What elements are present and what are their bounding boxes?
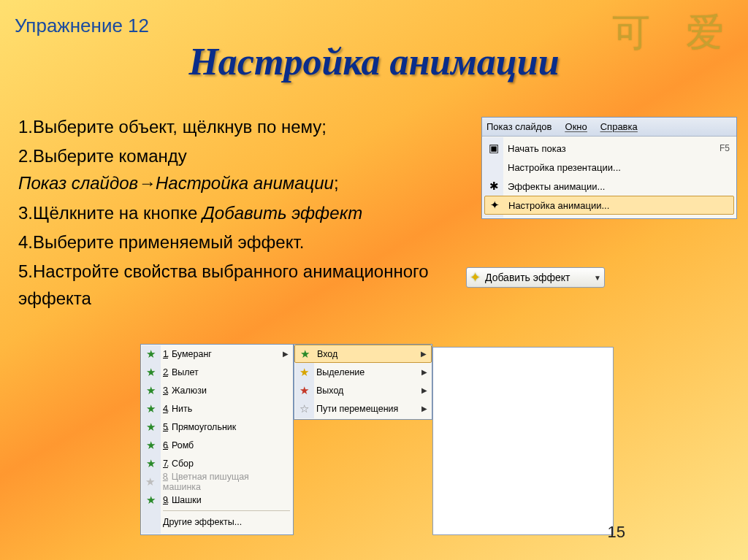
menu-bar: Показ слайдов Окно Справка: [482, 118, 736, 137]
chevron-right-icon: ▶: [421, 368, 427, 376]
chevron-right-icon: ▶: [283, 350, 289, 358]
effect-item-7[interactable]: ★ 7. Сбор: [141, 454, 293, 472]
step-2-command: Показ слайдов→Настройка анимации: [18, 173, 334, 193]
menu-item-animation-schemes[interactable]: ✱ Эффекты анимации...: [484, 177, 734, 196]
effect-num: 1: [163, 349, 168, 359]
effect-item-6[interactable]: ★ 6. Ромб: [141, 436, 293, 454]
menu-item-label: Настройка презентации...: [508, 162, 730, 173]
star-icon: ✦: [470, 269, 481, 285]
star-icon: ☆: [297, 402, 310, 415]
effect-num: 5: [163, 422, 168, 432]
step-1: 1.Выберите объект, щёлкнув по нему;: [18, 113, 468, 140]
effect-name: Ромб: [172, 440, 194, 450]
step-5: 5.Настройте свойства выбранного анимацио…: [18, 258, 468, 312]
category-label: Выделение: [316, 367, 365, 377]
effect-name: Сбор: [172, 459, 194, 469]
menu-slideshow[interactable]: Показ слайдов: [486, 121, 552, 132]
other-effects-label: Другие эффекты...: [163, 517, 242, 527]
menu-window[interactable]: Окно: [565, 121, 587, 132]
step-2-tail: ;: [334, 173, 339, 193]
star-icon: ★: [144, 457, 157, 470]
effect-name: Жалюзи: [172, 386, 207, 396]
category-label: Пути перемещения: [316, 404, 398, 414]
menu-item-custom-animation[interactable]: ✦ Настройка анимации...: [484, 196, 734, 215]
slideshow-dropdown: ▣ Начать показ F5 Настройка презентации.…: [482, 137, 736, 217]
add-effect-button[interactable]: ✦ Добавить эффект ▼: [466, 267, 605, 288]
slideshow-menu-panel: Показ слайдов Окно Справка ▣ Начать пока…: [481, 117, 737, 219]
effect-name: Цветная пишущая машинка: [163, 472, 249, 492]
animation-star-icon: ✦: [486, 197, 503, 213]
dropdown-arrow-icon: ▼: [594, 274, 601, 282]
star-icon: ★: [297, 366, 310, 379]
star-icon: ★: [144, 384, 157, 397]
step-3-prefix: 3.Щёлкните на кнопке: [18, 203, 202, 223]
category-emphasis[interactable]: ★ Выделение ▶: [294, 363, 432, 381]
effect-num: 3: [163, 386, 168, 396]
star-icon: ★: [144, 348, 157, 361]
effect-num: 8: [163, 472, 168, 482]
star-icon: ★: [144, 439, 157, 452]
menu-item-start-show[interactable]: ▣ Начать показ F5: [484, 139, 734, 158]
step-4: 4.Выберите применяемый эффект.: [18, 229, 468, 256]
category-label: Вход: [317, 349, 337, 359]
sparkle-icon: ✱: [486, 178, 502, 194]
projector-icon: ▣: [486, 140, 502, 156]
category-exit[interactable]: ★ Выход ▶: [294, 381, 432, 399]
effect-item-9[interactable]: ★ 9. Шашки: [141, 491, 293, 509]
effect-num: 7: [163, 459, 168, 469]
exercise-label: Упражнение 12: [15, 15, 149, 37]
category-entrance[interactable]: ★ Вход ▶: [294, 345, 432, 363]
effect-num: 9: [163, 495, 168, 505]
effects-list-menu: ★ 1. Бумеранг ▶ ★ 2. Вылет ★ 3. Жалюзи ★…: [140, 344, 294, 535]
star-icon: ★: [298, 348, 311, 361]
chevron-right-icon: ▶: [421, 404, 427, 413]
blank-icon: [486, 159, 502, 175]
effect-name: Шашки: [172, 495, 202, 505]
effect-item-4[interactable]: ★ 4. Нить: [141, 399, 293, 418]
instructions-list: 1.Выберите объект, щёлкнув по нему; 2.Вы…: [18, 113, 468, 314]
effect-category-menu: ★ Вход ▶ ★ Выделение ▶ ★ Выход ▶ ☆ Пути …: [294, 344, 432, 420]
star-icon: ★: [297, 384, 310, 397]
effect-name: Вылет: [172, 367, 199, 377]
menu-item-label: Эффекты анимации...: [508, 181, 730, 192]
menu-help[interactable]: Справка: [600, 121, 638, 132]
chevron-right-icon: ▶: [421, 350, 427, 358]
effect-item-5[interactable]: ★ 5. Прямоугольник: [141, 418, 293, 436]
separator: [163, 510, 290, 511]
effect-item-other[interactable]: ★ Другие эффекты...: [141, 513, 293, 531]
effect-item-3[interactable]: ★ 3. Жалюзи: [141, 381, 293, 399]
star-icon: ★: [144, 366, 157, 379]
effect-item-2[interactable]: ★ 2. Вылет: [141, 363, 293, 381]
effect-num: 2: [163, 367, 168, 377]
step-3: 3.Щёлкните на кнопке Добавить эффект: [18, 199, 468, 226]
step-2: 2.Выберите команду Показ слайдов→Настрой…: [18, 142, 468, 196]
blank-submenu-panel: [432, 347, 614, 535]
category-label: Выход: [316, 386, 343, 396]
menu-item-shortcut: F5: [720, 143, 730, 153]
menu-item-label: Начать показ: [508, 143, 714, 154]
effect-name: Бумеранг: [172, 349, 212, 359]
step-2-prefix: 2.Выберите команду: [18, 146, 187, 166]
menu-item-label: Настройка анимации...: [508, 200, 729, 211]
effect-num: 4: [163, 404, 168, 414]
effect-item-1[interactable]: ★ 1. Бумеранг ▶: [141, 345, 293, 363]
star-icon: ★: [144, 475, 157, 488]
effect-item-8-disabled: ★ 8. Цветная пишущая машинка: [141, 472, 293, 491]
effect-num: 6: [163, 440, 168, 450]
add-effect-label: Добавить эффект: [485, 272, 570, 283]
category-motion-paths[interactable]: ☆ Пути перемещения ▶: [294, 399, 432, 418]
slide-title: Настройка анимации: [0, 40, 748, 83]
menu-item-setup-show[interactable]: Настройка презентации...: [484, 158, 734, 177]
step-3-button-name: Добавить эффект: [202, 203, 362, 223]
effect-name: Нить: [172, 404, 192, 414]
star-icon: ★: [144, 421, 157, 434]
star-icon: ★: [144, 402, 157, 415]
star-icon: ★: [144, 494, 157, 507]
chevron-right-icon: ▶: [421, 386, 427, 394]
effect-name: Прямоугольник: [172, 422, 236, 432]
page-number: 15: [608, 523, 625, 542]
